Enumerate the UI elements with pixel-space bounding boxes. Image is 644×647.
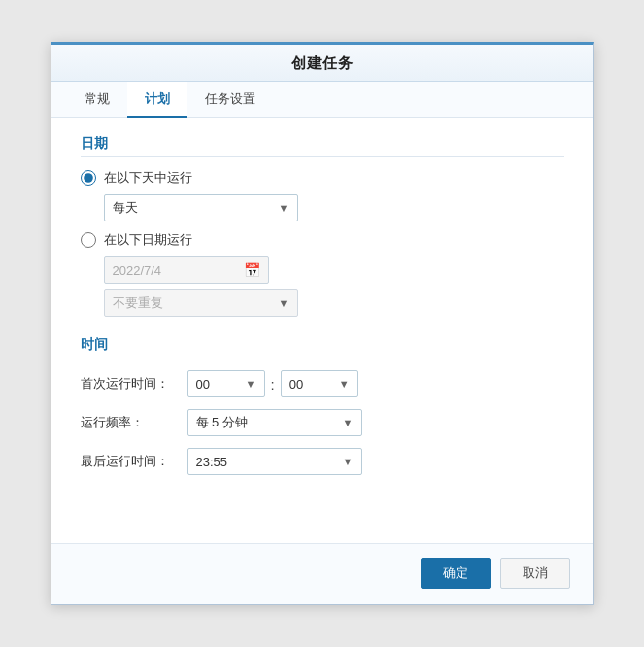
run-on-date-radio-row: 在以下日期运行 [81,231,564,249]
minute-value: 00 [289,377,303,392]
hour-dropdown[interactable]: 00 ▼ [187,370,265,397]
calendar-icon: 📅 [244,262,260,278]
date-picker-input[interactable]: 2022/7/4 📅 [104,256,269,284]
days-dropdown-arrow-icon: ▼ [279,202,289,214]
main-content: 日期 在以下天中运行 每天 ▼ 在以下日期运行 2022/7/4 � [51,118,593,543]
first-run-row: 首次运行时间： 00 ▼ : 00 ▼ [81,370,564,397]
date-value: 2022/7/4 [113,263,162,278]
last-run-dropdown[interactable]: 23:55 ▼ [187,448,362,475]
run-on-days-radio[interactable] [81,170,96,186]
date-section-title: 日期 [81,135,564,157]
tab-general[interactable]: 常规 [67,82,127,118]
time-section: 时间 首次运行时间： 00 ▼ : 00 ▼ 运行频率： [81,336,564,475]
days-dropdown-value: 每天 [113,199,138,217]
repeat-dropdown-row: 不要重复 ▼ [104,289,564,317]
tab-task-settings[interactable]: 任务设置 [187,82,273,118]
minute-dropdown-arrow-icon: ▼ [339,378,350,390]
repeat-dropdown[interactable]: 不要重复 ▼ [104,289,298,317]
run-on-date-radio[interactable] [81,232,96,248]
days-dropdown[interactable]: 每天 ▼ [104,194,298,221]
tab-bar: 常规 计划 任务设置 [51,82,593,118]
tab-schedule[interactable]: 计划 [127,82,187,118]
frequency-label: 运行频率： [81,414,187,431]
first-run-time-dropdowns: 00 ▼ : 00 ▼ [187,370,358,397]
date-section: 日期 在以下天中运行 每天 ▼ 在以下日期运行 2022/7/4 � [81,135,564,317]
repeat-dropdown-value: 不要重复 [113,294,163,312]
first-run-label: 首次运行时间： [81,375,187,392]
cancel-button[interactable]: 取消 [500,558,570,589]
dialog-footer: 确定 取消 [51,543,593,604]
run-on-date-label: 在以下日期运行 [104,231,192,249]
repeat-dropdown-arrow-icon: ▼ [279,297,289,309]
create-task-dialog: 创建任务 常规 计划 任务设置 日期 在以下天中运行 每天 ▼ [51,42,594,605]
minute-dropdown[interactable]: 00 ▼ [281,370,358,397]
date-input-row: 2022/7/4 📅 [104,256,564,284]
hour-value: 00 [196,377,210,392]
frequency-dropdown[interactable]: 每 5 分钟 ▼ [187,409,362,436]
dialog-title: 创建任务 [51,45,593,82]
frequency-dropdown-arrow-icon: ▼ [343,417,354,428]
days-dropdown-row: 每天 ▼ [104,194,564,221]
last-run-label: 最后运行时间： [81,453,187,470]
last-run-value: 23:55 [196,455,228,469]
time-section-title: 时间 [81,336,564,358]
frequency-row: 运行频率： 每 5 分钟 ▼ [81,409,564,436]
run-on-days-radio-row: 在以下天中运行 [81,169,564,187]
confirm-button[interactable]: 确定 [421,558,491,589]
frequency-value: 每 5 分钟 [196,414,248,431]
run-on-days-label: 在以下天中运行 [104,169,192,187]
last-run-dropdown-arrow-icon: ▼ [343,456,354,467]
time-separator: : [269,376,277,392]
last-run-row: 最后运行时间： 23:55 ▼ [81,448,564,475]
hour-dropdown-arrow-icon: ▼ [246,378,256,390]
